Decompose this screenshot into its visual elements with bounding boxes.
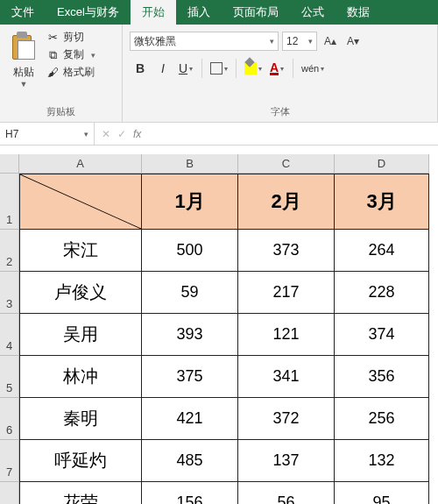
increase-font-icon: A▴ [324,35,336,47]
cell-c7[interactable]: 137 [238,440,335,482]
format-painter-button[interactable]: 🖌 格式刷 [46,65,117,80]
cell-c1[interactable]: 2月 [238,174,335,230]
tab-file[interactable]: 文件 [0,0,46,25]
decrease-font-button[interactable]: A▾ [343,32,363,51]
cell-b1[interactable]: 1月 [142,174,238,230]
cell-a2[interactable]: 宋江 [19,230,142,272]
cell-c6[interactable]: 372 [238,398,335,440]
cell-c2[interactable]: 373 [238,230,335,272]
row-header-7[interactable]: 7 [0,440,19,482]
cell-d3[interactable]: 228 [335,272,429,314]
cell-c3[interactable]: 217 [238,272,335,314]
separator [236,59,237,78]
tab-insert[interactable]: 插入 [176,0,222,25]
separator [201,59,202,78]
cell-b5[interactable]: 375 [142,356,238,398]
cell-c8[interactable]: 56 [238,482,335,504]
ribbon-group-clipboard: 粘贴 ▼ ✂ 剪切 ⧉ 复制 ▾ 🖌 格式刷 剪贴板 [0,25,123,122]
font-size-select[interactable]: 12 ▾ [282,32,317,51]
bold-icon: B [136,61,145,75]
format-painter-label: 格式刷 [63,65,95,80]
col-header-a[interactable]: A [19,154,142,174]
font-name-select[interactable]: 微软雅黑 ▾ [130,32,279,51]
clipboard-group-label: 剪贴板 [5,103,117,120]
name-box[interactable]: H7 ▾ [0,123,95,145]
cell-a6[interactable]: 秦明 [19,398,142,440]
cell-d2[interactable]: 264 [335,230,429,272]
chevron-down-icon[interactable]: ▼ [20,80,28,89]
chevron-down-icon: ▾ [321,65,324,73]
row-header-1[interactable]: 1 [0,174,19,230]
chevron-down-icon: ▾ [258,65,262,73]
copy-icon: ⧉ [46,48,60,62]
cell-c5[interactable]: 341 [238,356,335,398]
chevron-down-icon[interactable]: ▾ [91,51,95,60]
cell-d7[interactable]: 132 [335,440,429,482]
copy-button[interactable]: ⧉ 复制 ▾ [46,47,117,62]
cell-b7[interactable]: 485 [142,440,238,482]
fx-icon[interactable]: fx [133,128,141,140]
cell-b6[interactable]: 421 [142,398,238,440]
cell-b8[interactable]: 156 [142,482,238,504]
row-header-6[interactable]: 6 [0,398,19,440]
tab-home[interactable]: 开始 [131,0,176,25]
cell-b2[interactable]: 500 [142,230,238,272]
formula-input[interactable] [148,123,438,145]
font-size-value: 12 [286,35,298,47]
font-color-icon: A [270,62,279,75]
row-header-5[interactable]: 5 [0,356,19,398]
col-header-b[interactable]: B [142,154,238,174]
separator [293,59,293,78]
fill-color-button[interactable]: ▾ [242,58,265,79]
menu-bar: 文件 Excel与财务 开始 插入 页面布局 公式 数据 [0,0,438,25]
tab-data[interactable]: 数据 [336,0,381,25]
cancel-icon[interactable]: ✕ [102,128,110,140]
cell-a5[interactable]: 林冲 [19,356,142,398]
cell-b3[interactable]: 59 [142,272,238,314]
border-icon [210,62,223,75]
cell-d5[interactable]: 356 [335,356,429,398]
paste-label: 粘贴 [13,65,34,80]
chevron-down-icon: ▾ [224,65,228,73]
increase-font-button[interactable]: A▴ [321,32,340,51]
spreadsheet-grid: A B C D 1 1月 2月 3月 2 宋江 500 373 264 3 卢俊… [0,154,438,504]
font-color-button[interactable]: A▾ [266,58,287,79]
cell-b4[interactable]: 393 [142,314,238,356]
font-name-value: 微软雅黑 [134,34,176,49]
cell-a8[interactable]: 花荣 [19,482,142,504]
cut-button[interactable]: ✂ 剪切 [46,30,117,45]
cell-a4[interactable]: 吴用 [19,314,142,356]
row-header-3[interactable]: 3 [0,272,19,314]
border-button[interactable]: ▾ [208,58,230,79]
col-header-d[interactable]: D [335,154,429,174]
cell-c4[interactable]: 121 [238,314,335,356]
cell-d4[interactable]: 374 [335,314,429,356]
tab-formula[interactable]: 公式 [290,0,336,25]
cell-d1[interactable]: 3月 [335,174,429,230]
tab-excel-finance[interactable]: Excel与财务 [46,0,131,25]
cell-a7[interactable]: 呼延灼 [19,440,142,482]
cell-a3[interactable]: 卢俊义 [19,272,142,314]
row-header-8[interactable]: 8 [0,482,19,504]
cut-label: 剪切 [63,30,84,45]
col-header-c[interactable]: C [238,154,335,174]
italic-button[interactable]: I [152,58,173,79]
bold-button[interactable]: B [130,58,151,79]
row-header-4[interactable]: 4 [0,314,19,356]
cell-a1-diagonal[interactable] [19,174,142,230]
accept-icon[interactable]: ✓ [117,128,126,140]
formula-bar-row: H7 ▾ ✕ ✓ fx [0,123,438,146]
font-group-label: 字体 [128,103,432,120]
underline-button[interactable]: U▾ [175,58,196,79]
ribbon-group-font: 微软雅黑 ▾ 12 ▾ A▴ A▾ B I U▾ ▾ ▾ A▾ wén▾ 字体 [123,25,438,122]
decrease-font-icon: A▾ [347,35,359,47]
select-all-corner[interactable] [0,154,19,174]
chevron-down-icon: ▾ [84,130,88,138]
cell-d6[interactable]: 256 [335,398,429,440]
tab-page-layout[interactable]: 页面布局 [222,0,290,25]
row-header-2[interactable]: 2 [0,230,19,272]
phonetic-button[interactable]: wén▾ [299,58,327,79]
chevron-down-icon: ▾ [270,37,274,46]
paste-button[interactable]: 粘贴 ▼ [5,28,42,103]
cell-d8[interactable]: 95 [335,482,429,504]
